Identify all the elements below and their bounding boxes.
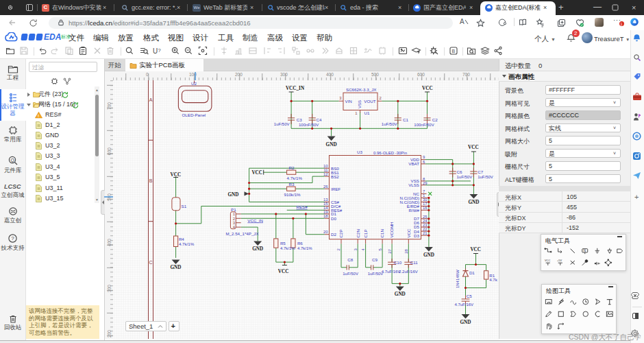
svg-text:U1: U1 [364, 110, 370, 115]
svg-text:N: N [584, 249, 586, 252]
svg-text:D0: D0 [331, 216, 336, 221]
svg-text:+5V: +5V [557, 259, 562, 262]
svg-text:16: 16 [423, 206, 428, 210]
svg-text:1uF/50V: 1uF/50V [457, 175, 473, 179]
svg-text:20: 20 [323, 230, 328, 234]
svg-text:VCC: VCC [278, 269, 289, 274]
svg-text:19: 19 [323, 210, 328, 214]
svg-text:M_2.54_1*4P_JX: M_2.54_1*4P_JX [225, 231, 258, 236]
svg-text:4.7k/1%: 4.7k/1% [287, 176, 303, 180]
svg-text:VCC_IN: VCC_IN [286, 86, 305, 91]
svg-text:S1: S1 [182, 204, 187, 209]
svg-text:13: 13 [323, 198, 328, 202]
svg-text:SC662K-3.3_JX: SC662K-3.3_JX [346, 87, 376, 92]
svg-text:1uF/50V: 1uF/50V [478, 175, 493, 179]
svg-text:4.7k/1%: 4.7k/1% [280, 246, 295, 250]
svg-text:4.7k/1%: 4.7k/1% [297, 246, 312, 250]
svg-text:VCC: VCC [470, 247, 481, 252]
svg-text:23: 23 [423, 223, 428, 227]
svg-text:4.7k/1%: 4.7k/1% [179, 241, 195, 246]
svg-text:4.7uF/16V: 4.7uF/16V [382, 270, 401, 274]
svg-text:1N4148W: 1N4148W [456, 270, 460, 288]
svg-text:C6: C6 [457, 169, 462, 174]
svg-text:4.7k: 4.7k [489, 277, 498, 282]
svg-text:GND: GND [326, 142, 337, 147]
svg-text:U3: U3 [357, 150, 362, 154]
svg-text:C: C [149, 260, 152, 265]
svg-text:9: 9 [423, 155, 425, 159]
svg-text:1uF/50V: 1uF/50V [382, 122, 397, 126]
svg-text:C4: C4 [317, 117, 322, 122]
svg-text:R3: R3 [289, 182, 295, 187]
svg-text:28: 28 [404, 249, 408, 254]
svg-text:1: 1 [233, 212, 235, 216]
svg-text:VIN: VIN [345, 99, 352, 104]
svg-text:C2P: C2P [338, 229, 343, 237]
svg-text:D1: D1 [469, 270, 475, 275]
svg-text:?: ? [11, 235, 14, 241]
svg-text:0.96-OLED -30Pin: 0.96-OLED -30Pin [373, 151, 407, 155]
svg-text:VSS: VSS [358, 100, 362, 108]
svg-text:R/W#: R/W# [409, 208, 420, 213]
svg-text:VOUT: VOUT [364, 99, 375, 104]
svg-text:C2N: C2N [356, 229, 360, 237]
svg-text:30: 30 [423, 198, 428, 202]
svg-text:U: U [153, 47, 158, 55]
svg-text:2: 2 [380, 96, 382, 100]
svg-text:2: 2 [233, 217, 235, 221]
svg-text:P1: P1 [231, 207, 236, 212]
svg-text:VCC: VCC [171, 172, 182, 178]
svg-text:C1P: C1P [363, 229, 368, 237]
svg-text:29: 29 [423, 181, 428, 185]
svg-text:R2: R2 [289, 165, 295, 170]
svg-text:C2: C2 [432, 117, 438, 122]
svg-text:C7: C7 [478, 169, 483, 174]
svg-text:C5: C5 [467, 294, 472, 298]
svg-text:B: B [149, 178, 153, 183]
svg-text:D2: D2 [331, 232, 336, 237]
svg-text:12: 12 [323, 172, 328, 176]
svg-text:D3: D3 [414, 233, 419, 238]
svg-text:R6: R6 [297, 241, 303, 246]
svg-text:RES#: RES# [297, 204, 308, 209]
svg-text:2: 2 [337, 248, 341, 250]
svg-text:GND: GND [468, 200, 479, 205]
svg-text:25: 25 [423, 215, 428, 219]
svg-text:VCC: VCC [468, 145, 479, 150]
svg-text:24: 24 [423, 219, 428, 223]
svg-text:BS2: BS2 [331, 174, 339, 179]
svg-text:?: ? [158, 47, 161, 54]
svg-text:21: 21 [423, 231, 428, 235]
svg-text:26: 26 [323, 185, 328, 189]
svg-text:C1N: C1N [380, 229, 384, 237]
svg-text:VBAT: VBAT [408, 161, 419, 166]
svg-text:Q: Q [11, 158, 15, 163]
svg-text:VCC_IN: VCC_IN [247, 218, 263, 223]
svg-text:1uF/50V: 1uF/50V [274, 122, 290, 126]
svg-text:C1: C1 [403, 117, 408, 122]
svg-text:A: A [149, 97, 153, 102]
svg-text:1: 1 [355, 111, 357, 115]
svg-text:C3: C3 [297, 117, 302, 122]
svg-text:27: 27 [388, 249, 392, 254]
svg-text:OLED-Panel: OLED-Panel [182, 113, 206, 117]
svg-text:GND: GND [423, 252, 434, 258]
svg-text:VLSS: VLSS [408, 182, 419, 187]
svg-text:C11: C11 [410, 260, 418, 265]
svg-text:VCC: VCC [545, 259, 551, 262]
svg-text:U2: U2 [191, 81, 197, 86]
svg-text:C9: C9 [372, 257, 377, 262]
svg-text:GND: GND [228, 192, 239, 198]
svg-text:2.2uF/16V: 2.2uF/16V [399, 270, 418, 274]
svg-text:GND: GND [395, 292, 406, 297]
svg-text:910k/1%: 910k/1% [284, 192, 301, 197]
svg-text:C8: C8 [347, 257, 353, 262]
svg-text:VCOMH: VCOMH [389, 222, 394, 237]
svg-text:22: 22 [423, 227, 428, 231]
svg-text:R5: R5 [280, 241, 286, 246]
svg-text:GND: GND [252, 246, 263, 252]
svg-text:C10: C10 [394, 260, 402, 265]
svg-text:IREF: IREF [331, 187, 340, 191]
svg-text:4.7uF/16V: 4.7uF/16V [454, 303, 473, 307]
svg-text:1uF/50V: 1uF/50V [343, 272, 358, 276]
